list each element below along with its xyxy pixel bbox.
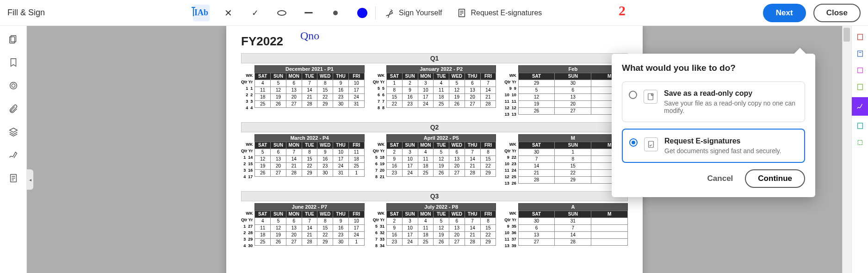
option-desc: Save your file as a read-only copy no on…: [664, 99, 798, 114]
svg-rect-10: [857, 51, 862, 56]
svg-rect-8: [649, 141, 654, 148]
bookmark-icon[interactable]: [8, 57, 19, 68]
month-header: April 2022 - P5: [386, 134, 496, 142]
document-area: ◂ 1. FY2022 Qno Q1 WKQtr Yr1 12 23 34 4D…: [27, 26, 842, 273]
dot-tool-button[interactable]: [327, 5, 344, 21]
expand-rail-tab[interactable]: ◂: [27, 169, 33, 190]
svg-rect-12: [857, 84, 862, 90]
svg-rect-9: [857, 34, 862, 40]
next-button[interactable]: Next: [763, 4, 806, 22]
option-title: Request E-signatures: [664, 137, 781, 145]
radio-selected[interactable]: [629, 138, 638, 147]
vertical-scrollbar[interactable]: [842, 26, 851, 273]
option-save-readonly[interactable]: Save as a read-only copy Save your file …: [622, 81, 805, 122]
option-desc: Get documents signed fast and securely.: [664, 147, 781, 155]
attachment-icon[interactable]: [8, 104, 19, 114]
line-tool-button[interactable]: [300, 5, 317, 21]
option-title: Save as a read-only copy: [664, 89, 798, 98]
svg-rect-14: [858, 140, 862, 144]
calendar-table: SATSUNMONTUEWEDTHUFRI2345678910111213141…: [386, 211, 496, 246]
text-tool-glyph: IAb: [194, 8, 208, 18]
request-esignatures-label: Request E-signatures: [471, 9, 542, 17]
sign-yourself-button[interactable]: Sign Yourself: [380, 5, 446, 21]
dot-icon: [333, 11, 338, 15]
handwritten-signature: Qno: [300, 30, 319, 42]
right-tool-2[interactable]: [856, 47, 865, 60]
popover-title: What would you like to do?: [622, 63, 805, 73]
quarter-band: Q2: [241, 122, 628, 132]
request-esignatures-button[interactable]: Request E-signatures: [452, 5, 546, 21]
quarter-band: Q1: [241, 53, 628, 63]
right-tool-4[interactable]: [856, 81, 865, 93]
text-tool-button[interactable]: IAb: [193, 5, 210, 21]
svg-rect-11: [857, 68, 862, 73]
fill-sign-toolbar: Fill & Sign IAb ✕ ✓ Sign Yourself Reques…: [0, 0, 868, 26]
calendar-table: SATSUNMONTUEWEDTHUFRI1234567891011121314…: [386, 73, 496, 108]
cancel-button[interactable]: Cancel: [705, 174, 736, 184]
scrollbar-thumb[interactable]: [843, 28, 850, 42]
svg-point-3: [10, 82, 17, 89]
calendar-table: SATSUNMONTUEWEDTHUFRI2345678910111213141…: [386, 142, 496, 177]
left-rail: [0, 26, 27, 273]
line-icon: [304, 12, 313, 13]
right-tool-1[interactable]: [856, 31, 865, 43]
month-header: March 2022 - P4: [254, 134, 364, 142]
pages-icon[interactable]: [8, 34, 19, 44]
pen-sign-icon: [385, 8, 395, 18]
annotation-2: 2: [619, 3, 626, 19]
cross-icon: ✕: [224, 7, 232, 19]
document-sign-icon: [457, 8, 467, 18]
option-request-esignatures[interactable]: Request E-signatures Get documents signe…: [622, 129, 805, 163]
next-action-popover: 3 What would you like to do? Save as a r…: [612, 54, 815, 197]
toolbar-title: Fill & Sign: [7, 8, 45, 18]
continue-button[interactable]: Continue: [745, 169, 805, 188]
check-tool-button[interactable]: ✓: [247, 5, 263, 21]
month-header: July 2022 - P8: [386, 203, 496, 211]
calendar-table: SATSUNMONTUEWEDTHUFRI5678910111213141516…: [254, 142, 364, 177]
calendar-table: SATSUNMONTUEWEDTHUFRI4567891011121314151…: [254, 211, 364, 246]
document-title: FY2022: [241, 34, 283, 48]
month-header: December 2021 - P1: [254, 65, 364, 73]
right-rail: [851, 26, 868, 273]
pdf-page: FY2022 Qno Q1 WKQtr Yr1 12 23 34 4Decemb…: [226, 26, 643, 273]
check-icon: ✓: [252, 8, 259, 18]
month-header: A: [518, 203, 628, 211]
layers-icon[interactable]: [8, 127, 19, 137]
document-icon[interactable]: [8, 173, 19, 183]
circle-tool-button[interactable]: [273, 5, 290, 21]
svg-rect-13: [857, 123, 862, 129]
color-swatch-icon: [357, 8, 367, 18]
right-tool-sign-selected[interactable]: [852, 97, 868, 116]
target-icon[interactable]: [8, 81, 19, 91]
month-header: June 2022 - P7: [254, 203, 364, 211]
quarter-band: Q3: [241, 191, 628, 201]
calendar-table: SATSUNMONTUEWEDTHUFRI4567891011121314151…: [254, 73, 364, 108]
svg-point-4: [12, 84, 15, 87]
calendar-table: SATSUNM30316713142728: [518, 211, 628, 246]
readonly-doc-icon: [644, 90, 657, 104]
right-tool-6[interactable]: [856, 119, 865, 132]
month-header: January 2022 - P2: [386, 65, 496, 73]
sign-yourself-label: Sign Yourself: [399, 9, 442, 17]
circle-icon: [277, 10, 286, 16]
right-tool-7[interactable]: [856, 136, 865, 149]
color-picker-button[interactable]: [354, 5, 371, 21]
esig-doc-icon: [644, 137, 658, 151]
right-tool-3[interactable]: [856, 64, 865, 77]
radio-unselected[interactable]: [629, 91, 637, 99]
close-button[interactable]: Close: [813, 4, 861, 22]
cross-tool-button[interactable]: ✕: [220, 5, 236, 21]
toolbar-divider: [375, 6, 376, 19]
signature-icon[interactable]: [8, 150, 19, 160]
